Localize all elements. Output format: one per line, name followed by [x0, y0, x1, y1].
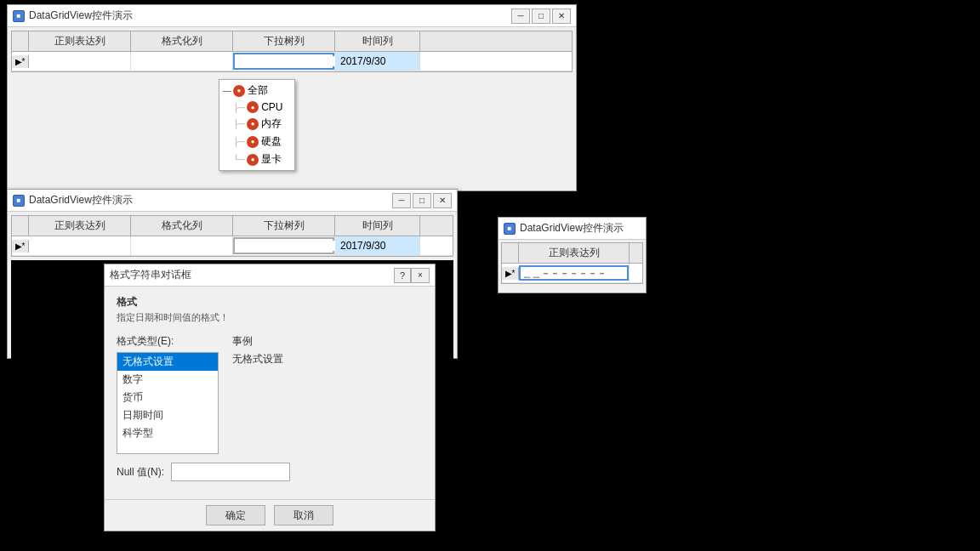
listbox-item-4[interactable]: 科学型: [117, 424, 218, 442]
format-type-listbox[interactable]: 无格式设置 数字 货币 日期时间 科学型: [117, 352, 219, 454]
grid-header-4: 正则表达列: [502, 243, 642, 264]
tree-item-gpu[interactable]: └─ ● 显卡: [219, 151, 294, 168]
app-icon-letter-1: ■: [17, 12, 21, 20]
tree-label-cpu: CPU: [261, 101, 282, 113]
window-title-1: DataGridView控件演示: [29, 9, 133, 23]
tree-line-hdd: ├─: [233, 137, 245, 146]
grid-header-2: 正则表达列 格式化列 下拉树列 时间列: [12, 216, 453, 236]
col-tree-2: 下拉树列: [233, 216, 335, 236]
row-indicator-2: ▶*: [12, 240, 29, 253]
cell-tree-1[interactable]: ▼: [233, 52, 335, 71]
minimize-btn-2[interactable]: ─: [392, 193, 411, 208]
titlebar-4: ■ DataGridView控件演示: [499, 218, 646, 240]
titlebar-left-2: ■ DataGridView控件演示: [13, 193, 133, 207]
cell-format-2: [131, 236, 233, 255]
combo-box-2[interactable]: ▼: [233, 237, 334, 254]
cell-input-4[interactable]: [519, 264, 630, 282]
col-indicator-4: [502, 243, 519, 263]
null-value-row: Null 值(N):: [117, 463, 423, 481]
tree-line-cpu: ├─: [233, 103, 245, 112]
titlebar-1: ■ DataGridView控件演示 ─ □ ✕: [8, 5, 576, 27]
tree-label-all: 全部: [248, 83, 268, 98]
grid-header-1: 正则表达列 格式化列 下拉树列 时间列: [12, 31, 572, 52]
listbox-item-3[interactable]: 日期时间: [117, 406, 218, 424]
col-time-2: 时间列: [335, 216, 420, 236]
titlebar-2: ■ DataGridView控件演示 ─ □ ✕: [8, 190, 457, 212]
example-value: 无格式设置: [232, 352, 423, 366]
maximize-btn-1[interactable]: □: [532, 9, 550, 24]
window-controls-1: ─ □ ✕: [511, 9, 571, 24]
dialog-format: 格式字符串对话框 ? × 格式 指定日期和时间值的格式！ 格式类型(E): 无格…: [104, 264, 436, 531]
null-input[interactable]: [171, 463, 290, 481]
window-title-2: DataGridView控件演示: [29, 193, 133, 207]
null-label: Null 值(N):: [117, 465, 164, 480]
app-icon-2: ■: [13, 195, 25, 207]
tree-node-icon-all: ●: [233, 85, 245, 97]
cell-tree-2[interactable]: ▼: [233, 236, 335, 255]
ok-button[interactable]: 确定: [206, 505, 265, 525]
col-regex-2: 正则表达列: [29, 216, 131, 236]
col-regex-4: 正则表达列: [519, 243, 630, 263]
tree-label-hdd: 硬盘: [261, 134, 282, 149]
dialog-title: 格式字符串对话框: [110, 268, 191, 282]
dialog-close-btn[interactable]: ×: [411, 268, 430, 283]
tree-item-memory[interactable]: ├─ ● 内存: [219, 115, 294, 133]
cell-regex-2: [29, 236, 131, 255]
app-icon-letter-2: ■: [17, 196, 21, 204]
col-indicator-2: [12, 216, 29, 236]
dialog-titlebar-controls: ? ×: [390, 268, 430, 283]
window-small-4: ■ DataGridView控件演示 正则表达列 ▶*: [498, 217, 647, 293]
tree-dash-icon: —: [223, 86, 231, 95]
titlebar-dialog-left: 格式字符串对话框: [110, 268, 191, 282]
grid-row-4: ▶*: [502, 264, 642, 283]
row-indicator-4: ▶*: [502, 267, 519, 280]
cell-format-1: [131, 52, 233, 71]
col-regex-1: 正则表达列: [29, 31, 131, 51]
tree-label-memory: 内存: [261, 116, 282, 131]
window-controls-2: ─ □ ✕: [392, 193, 452, 208]
col-tree-1: 下拉树列: [233, 31, 335, 51]
grid-row-1: ▶* ▼ 2017/9/30: [12, 52, 572, 71]
tree-node-icon-memory: ●: [247, 118, 259, 130]
tree-item-cpu[interactable]: ├─ ● CPU: [219, 99, 294, 115]
tree-item-hdd[interactable]: ├─ ● 硬盘: [219, 133, 294, 151]
app-icon-4: ■: [504, 223, 516, 235]
tree-line-gpu: └─: [233, 155, 245, 164]
dialog-main-row: 格式类型(E): 无格式设置 数字 货币 日期时间 科学型 事例 无格式设置: [117, 334, 423, 454]
app-icon-letter-4: ■: [508, 224, 512, 232]
dialog-section-desc: 指定日期和时间值的格式！: [117, 311, 423, 324]
dialog-body: 格式 指定日期和时间值的格式！ 格式类型(E): 无格式设置 数字 货币 日期时…: [105, 287, 435, 490]
listbox-item-0[interactable]: 无格式设置: [117, 353, 218, 371]
grid-text-input-4[interactable]: [519, 265, 629, 281]
col-format-2: 格式化列: [131, 216, 233, 236]
grid-4: 正则表达列 ▶*: [501, 242, 643, 284]
format-type-label: 格式类型(E):: [117, 334, 219, 349]
tree-item-all[interactable]: — ● 全部: [219, 82, 294, 99]
maximize-btn-2[interactable]: □: [413, 193, 431, 208]
cancel-button[interactable]: 取消: [274, 505, 333, 525]
listbox-item-2[interactable]: 货币: [117, 389, 218, 406]
close-btn-1[interactable]: ✕: [552, 9, 571, 24]
grid-row-2: ▶* ▼ 2017/9/30: [12, 236, 453, 256]
tree-label-gpu: 显卡: [261, 152, 282, 167]
window-title-4: DataGridView控件演示: [520, 221, 624, 236]
cell-time-1: 2017/9/30: [335, 52, 420, 71]
col-time-1: 时间列: [335, 31, 420, 51]
close-btn-2[interactable]: ✕: [433, 193, 452, 208]
dialog-section-title: 格式: [117, 295, 423, 310]
example-label: 事例: [232, 334, 423, 349]
grid-1: 正则表达列 格式化列 下拉树列 时间列 ▶* ▼ 2017/9/30: [11, 31, 573, 72]
listbox-item-1[interactable]: 数字: [117, 371, 218, 389]
titlebar-left-4: ■ DataGridView控件演示: [504, 221, 624, 236]
help-btn[interactable]: ?: [394, 268, 411, 283]
tree-dropdown-1[interactable]: — ● 全部 ├─ ● CPU ├─ ● 内存 ├─ ● 硬盘 └─ ● 显卡: [219, 79, 295, 171]
window-main-1: ■ DataGridView控件演示 ─ □ ✕ 正则表达列 格式化列 下拉树列…: [7, 4, 577, 191]
minimize-btn-1[interactable]: ─: [511, 9, 530, 24]
titlebar-dialog: 格式字符串对话框 ? ×: [105, 264, 435, 287]
cell-time-2: 2017/9/30: [335, 236, 420, 255]
combo-box-1[interactable]: ▼: [233, 53, 334, 70]
tree-node-icon-hdd: ●: [247, 136, 259, 148]
cell-regex-1: [29, 52, 131, 71]
col-format-1: 格式化列: [131, 31, 233, 51]
dialog-left-panel: 格式类型(E): 无格式设置 数字 货币 日期时间 科学型: [117, 334, 219, 454]
